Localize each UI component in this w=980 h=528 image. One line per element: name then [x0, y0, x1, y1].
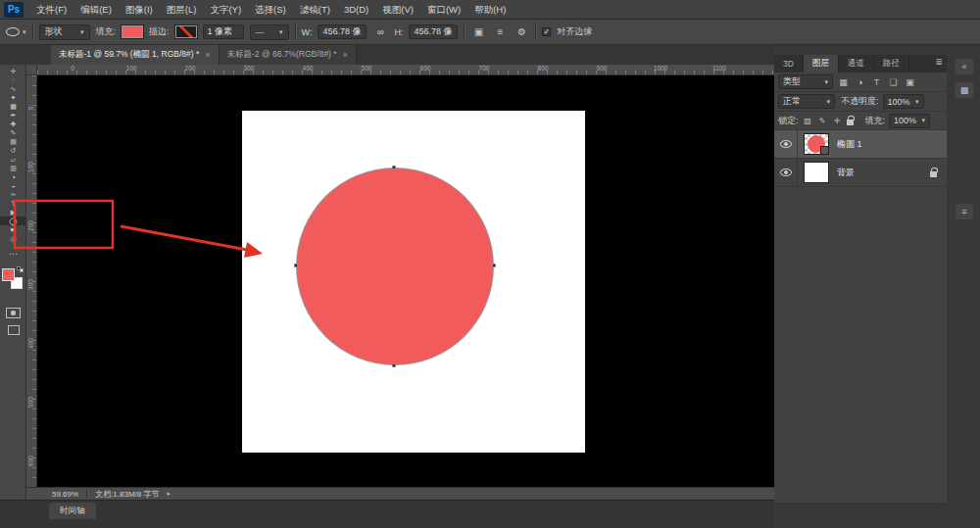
properties-panel-icon[interactable]: ≡: [956, 204, 973, 219]
menu-edit[interactable]: 编辑(E): [74, 0, 119, 20]
visibility-toggle[interactable]: [774, 159, 798, 186]
anchor-point-right[interactable]: [492, 264, 496, 267]
tab-channels[interactable]: 通道: [839, 55, 874, 72]
type-filter-icon[interactable]: T: [870, 77, 883, 87]
hand-tool[interactable]: ☛: [0, 225, 26, 234]
ruler-label: 500: [27, 393, 34, 412]
menu-help[interactable]: 帮助(H): [467, 0, 513, 20]
stroke-type-select[interactable]: — ▾: [250, 24, 289, 40]
menu-type[interactable]: 文字(Y): [203, 0, 248, 20]
tab-layers[interactable]: 图层: [804, 55, 839, 72]
lock-position-icon[interactable]: ✛: [832, 117, 843, 125]
quick-mask-button[interactable]: [0, 308, 26, 320]
stamp-tool[interactable]: ▤: [0, 137, 26, 146]
lasso-tool[interactable]: ∿: [0, 84, 26, 93]
screen-mode-button[interactable]: [0, 325, 26, 337]
menu-select[interactable]: 选择(S): [248, 0, 293, 20]
layer-thumbnail[interactable]: [804, 133, 829, 155]
opacity-field[interactable]: 100% ▾: [883, 94, 924, 109]
menu-filter[interactable]: 滤镜(T): [293, 0, 337, 20]
anchor-point-bottom[interactable]: [392, 363, 396, 367]
eyedropper-tool[interactable]: ✒: [0, 111, 26, 120]
marquee-tool[interactable]: ◌: [0, 75, 26, 84]
pixel-filter-icon[interactable]: ▦: [837, 77, 850, 87]
divider: [86, 490, 87, 499]
crop-tool[interactable]: ▦: [0, 102, 26, 111]
ellipse-shape[interactable]: [297, 168, 493, 364]
tool-preset-button[interactable]: ▾: [6, 27, 26, 36]
tab-paths[interactable]: 路径: [874, 55, 909, 72]
menu-layer[interactable]: 图层(L): [160, 0, 204, 20]
path-alignment-icon[interactable]: ≡: [492, 24, 508, 40]
visibility-toggle[interactable]: [774, 130, 798, 158]
shape-filter-icon[interactable]: ❏: [887, 77, 900, 87]
height-value: 456.78 像: [414, 25, 452, 38]
smart-object-filter-icon[interactable]: ▣: [904, 77, 916, 87]
blend-mode-select[interactable]: 正常 ▾: [778, 94, 835, 109]
menu-3d[interactable]: 3D(D): [337, 0, 375, 20]
eraser-tool[interactable]: ▱: [0, 155, 26, 164]
layer-row-background[interactable]: 背景: [774, 159, 947, 187]
close-icon[interactable]: ×: [205, 50, 210, 60]
ruler-origin[interactable]: [26, 65, 37, 75]
canvas-area[interactable]: [37, 75, 774, 487]
menu-file[interactable]: 文件(F): [29, 0, 74, 20]
gradient-tool[interactable]: ▥: [0, 164, 26, 172]
document-tab-2[interactable]: 未标题-2 @ 66.7%(RGB/8#) * ×: [220, 45, 357, 65]
lock-transparency-icon[interactable]: ▨: [803, 117, 813, 125]
tab-3d[interactable]: 3D: [774, 55, 804, 72]
layer-row-ellipse[interactable]: 椭圆 1: [774, 130, 947, 159]
right-panel-dock: 3D 图层 通道 路径 ≣ 类型 ▾ ▦ ◑ T ❏ ▣ 正常 ▾: [774, 45, 980, 528]
menu-image[interactable]: 图像(I): [119, 0, 160, 20]
height-field[interactable]: 456.78 像: [409, 24, 458, 39]
document-canvas[interactable]: [242, 111, 585, 453]
link-dimensions-icon[interactable]: ∞: [372, 24, 388, 40]
fill-field[interactable]: 100% ▾: [889, 114, 930, 128]
gear-icon[interactable]: ⚙: [514, 24, 529, 40]
document-tab-title: 未标题-1 @ 59.7% (椭圆 1, RGB/8#) *: [59, 49, 199, 61]
adjustment-filter-icon[interactable]: ◑: [854, 77, 866, 87]
quick-select-tool[interactable]: ✦: [0, 93, 26, 102]
menu-window[interactable]: 窗口(W): [420, 0, 467, 20]
zoom-tool[interactable]: ◎: [0, 234, 26, 243]
move-tool[interactable]: ✛: [0, 67, 26, 75]
blur-tool[interactable]: ◑: [0, 172, 26, 181]
close-icon[interactable]: ×: [343, 50, 348, 60]
tab-timeline[interactable]: 时间轴: [49, 503, 96, 519]
status-caret-icon[interactable]: ▸: [168, 490, 172, 498]
tool-mode-select[interactable]: 形状 ▾: [39, 24, 90, 40]
layers-panel: 类型 ▾ ▦ ◑ T ❏ ▣ 正常 ▾ 不透明度: 100% ▾: [774, 72, 947, 503]
healing-tool[interactable]: ✚: [0, 120, 26, 128]
lock-pixels-icon[interactable]: ✎: [817, 117, 828, 125]
width-field[interactable]: 456.78 像: [318, 24, 367, 39]
ruler-label: 400: [27, 334, 34, 354]
lock-all-icon[interactable]: [847, 120, 854, 125]
stroke-color-swatch[interactable]: [175, 25, 197, 38]
path-operations-icon[interactable]: ▣: [470, 24, 486, 40]
type-tool[interactable]: T: [0, 199, 26, 208]
pen-tool[interactable]: ✑: [0, 190, 26, 199]
brush-tool[interactable]: ✎: [0, 128, 26, 137]
anchor-point-left[interactable]: [294, 264, 298, 267]
photoshop-logo: Ps: [4, 2, 24, 18]
edit-toolbar-button[interactable]: ⋯: [0, 249, 26, 259]
anchor-point-top[interactable]: [392, 166, 396, 169]
zoom-level[interactable]: 59.69%: [52, 490, 78, 499]
shape-tool[interactable]: ◯: [0, 216, 26, 225]
default-colors-icon[interactable]: [17, 266, 24, 272]
background-lock-icon: [930, 171, 937, 177]
fill-color-swatch[interactable]: [122, 25, 143, 38]
layer-thumbnail[interactable]: [804, 162, 829, 183]
history-brush-tool[interactable]: ↺: [0, 146, 26, 155]
foreground-color-swatch[interactable]: [2, 268, 15, 281]
stroke-width-field[interactable]: 1 像素: [203, 24, 244, 39]
menu-view[interactable]: 视图(V): [375, 0, 420, 20]
dodge-tool[interactable]: ◒: [0, 181, 26, 190]
path-select-tool[interactable]: ▶: [0, 208, 26, 216]
panel-menu-icon[interactable]: ≣: [935, 57, 943, 67]
align-edges-checkbox[interactable]: ✓: [542, 27, 551, 36]
document-tab-1[interactable]: 未标题-1 @ 59.7% (椭圆 1, RGB/8#) * ×: [51, 45, 220, 65]
layer-filter-select[interactable]: 类型 ▾: [778, 74, 833, 89]
collapse-panels-icon[interactable]: «: [956, 59, 973, 74]
color-panel-icon[interactable]: ▩: [956, 82, 973, 98]
